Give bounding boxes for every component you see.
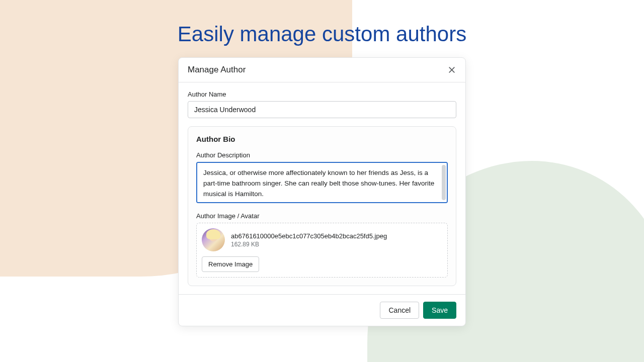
avatar bbox=[202, 228, 225, 251]
author-description-textarea[interactable] bbox=[196, 162, 448, 203]
modal-body: Author Name Author Bio Author Descriptio… bbox=[179, 82, 465, 294]
modal-title: Manage Author bbox=[188, 65, 246, 75]
author-bio-card: Author Bio Author Description Author Ima… bbox=[188, 126, 456, 286]
file-size: 162.89 KB bbox=[231, 241, 442, 248]
cancel-button[interactable]: Cancel bbox=[380, 302, 419, 319]
manage-author-modal: Manage Author Author Name Author Bio Aut… bbox=[178, 57, 466, 326]
file-name: ab6761610000e5ebc1c077c305eb4b2bcac25fd5… bbox=[231, 232, 442, 240]
author-bio-title: Author Bio bbox=[196, 135, 448, 143]
scrollbar-thumb[interactable] bbox=[442, 165, 446, 200]
file-info: ab6761610000e5ebc1c077c305eb4b2bcac25fd5… bbox=[231, 232, 442, 248]
author-description-label: Author Description bbox=[196, 151, 448, 159]
author-name-input[interactable] bbox=[188, 101, 456, 118]
close-icon[interactable] bbox=[447, 65, 456, 74]
modal-header: Manage Author bbox=[179, 58, 465, 82]
author-name-label: Author Name bbox=[188, 90, 456, 98]
save-button[interactable]: Save bbox=[423, 302, 456, 319]
remove-image-button[interactable]: Remove Image bbox=[202, 256, 259, 272]
author-image-section: Author Image / Avatar ab6761610000e5ebc1… bbox=[196, 212, 448, 278]
image-row: ab6761610000e5ebc1c077c305eb4b2bcac25fd5… bbox=[202, 228, 442, 251]
modal-footer: Cancel Save bbox=[179, 294, 465, 326]
author-image-label: Author Image / Avatar bbox=[196, 212, 448, 220]
image-dropzone[interactable]: ab6761610000e5ebc1c077c305eb4b2bcac25fd5… bbox=[196, 223, 448, 278]
page-headline: Easily manage custom authors bbox=[0, 0, 644, 57]
